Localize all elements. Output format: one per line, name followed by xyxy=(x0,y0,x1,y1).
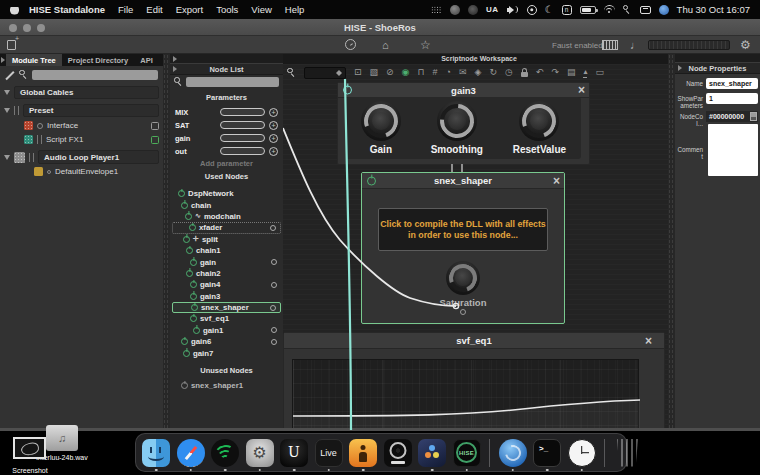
zoom-select[interactable] xyxy=(304,67,346,79)
fold-all-icon[interactable]: ⊡ xyxy=(354,66,362,79)
canvas-search-icon[interactable] xyxy=(287,68,296,78)
status-app-icon-1[interactable] xyxy=(450,5,460,15)
used-node-row[interactable]: ∿modchain xyxy=(172,211,281,222)
mod-target-icon[interactable] xyxy=(271,327,277,333)
menu-help[interactable]: Help xyxy=(285,4,305,15)
used-node-row[interactable]: chain2 xyxy=(172,268,281,279)
record-icon[interactable] xyxy=(527,5,537,15)
used-node-row-selected[interactable]: snex_shaper xyxy=(172,302,281,313)
dock-item-finder[interactable] xyxy=(141,434,171,471)
panel-collapse-strip[interactable] xyxy=(675,54,760,62)
dock-item-media-app[interactable] xyxy=(498,434,528,471)
mod-target-icon[interactable] xyxy=(270,305,276,311)
external-edit-icon[interactable] xyxy=(151,122,159,130)
add-parameter-button[interactable]: Add parameter xyxy=(170,159,283,168)
new-file-icon[interactable] xyxy=(7,40,16,50)
bypass-circle-icon[interactable] xyxy=(37,123,43,129)
favorites-star-icon[interactable]: ☆ xyxy=(420,36,431,54)
used-node-row[interactable]: svf_eq1 xyxy=(172,313,281,324)
used-node-row[interactable]: gain3 xyxy=(172,291,281,302)
save-icon[interactable]: ▤ xyxy=(567,66,576,79)
script-fx-row[interactable]: Script FX1 xyxy=(24,135,159,144)
mod-target-icon[interactable] xyxy=(271,282,277,288)
dock-item-spotify[interactable] xyxy=(210,434,240,471)
battery-icon[interactable] xyxy=(580,6,596,14)
clock-icon[interactable]: ◷ xyxy=(505,66,513,79)
export-graph-icon[interactable]: ▧ xyxy=(370,66,379,79)
boxed-n-icon[interactable]: n xyxy=(562,5,572,15)
parameters-icon[interactable]: # xyxy=(433,66,438,79)
collapse-triangle-icon[interactable] xyxy=(4,90,10,95)
menu-tools[interactable]: Tools xyxy=(216,4,238,15)
dock-item-clock[interactable] xyxy=(567,434,597,471)
fold-icon[interactable] xyxy=(678,65,682,71)
dock-item-game[interactable] xyxy=(348,434,378,471)
dock-item-ableton-live[interactable]: Live xyxy=(314,434,344,471)
dock-item-davinci-resolve[interactable] xyxy=(417,434,447,471)
screenshot-thumbnail[interactable] xyxy=(13,437,46,459)
menu-export[interactable]: Export xyxy=(176,4,203,15)
bypass-all-icon[interactable]: ⊘ xyxy=(386,66,394,79)
saturation-knob[interactable] xyxy=(446,261,480,295)
dock-item-trash[interactable] xyxy=(613,434,643,471)
tab-module-tree[interactable]: Module Tree xyxy=(6,54,62,66)
snex-shaper-close-icon[interactable]: × xyxy=(553,176,560,186)
undo-icon[interactable]: ↶ xyxy=(536,66,544,79)
used-node-row[interactable]: gain1 xyxy=(172,325,281,336)
lock-icon[interactable] xyxy=(521,68,528,77)
bypass-dot-icon[interactable] xyxy=(47,170,51,174)
menubar-clock[interactable]: Thu 30 Oct 16:07 xyxy=(677,4,750,15)
eq-response-graph[interactable] xyxy=(292,359,639,430)
settings-gear-icon[interactable]: ⚙ xyxy=(740,36,751,54)
external-edit-icon-green[interactable] xyxy=(151,136,159,144)
param-slider[interactable] xyxy=(220,134,265,142)
edit-pencil-icon[interactable] xyxy=(5,70,15,80)
param-slider[interactable] xyxy=(220,108,265,116)
fold-icon[interactable] xyxy=(173,66,177,72)
keyboard-panel-icon[interactable] xyxy=(602,40,618,50)
focus-moon-icon[interactable]: ☾ xyxy=(545,5,554,15)
panel-resize-gutter[interactable] xyxy=(668,54,675,430)
keyboard-grid-icon[interactable] xyxy=(431,6,442,14)
audio-loop-row[interactable]: Audio Loop Player1 xyxy=(4,150,159,164)
mod-target-icon[interactable] xyxy=(270,225,276,231)
svf-eq1-close-icon[interactable]: × xyxy=(645,336,652,346)
name-property-input[interactable]: snex_shaper xyxy=(706,78,758,89)
node-gain3[interactable]: gain3 × Gain Smoothing ResetValue xyxy=(337,82,590,165)
menu-edit[interactable]: Edit xyxy=(146,4,162,15)
mod-target-icon[interactable] xyxy=(271,339,277,345)
undo-history-icon[interactable] xyxy=(345,39,356,50)
node-properties-header[interactable]: Node Properties xyxy=(675,62,760,74)
resetvalue-knob[interactable] xyxy=(519,101,559,141)
display-icon[interactable] xyxy=(640,6,651,14)
spotlight-search-icon[interactable] xyxy=(623,5,632,15)
used-node-row[interactable]: chain1 xyxy=(172,245,281,256)
tab-project-directory[interactable]: Project Directory xyxy=(62,54,134,66)
dock-item-safari[interactable] xyxy=(176,434,206,471)
container-icon[interactable]: ◈ xyxy=(475,66,482,79)
apple-menu-icon[interactable] xyxy=(10,5,19,15)
home-icon[interactable]: ⌂ xyxy=(382,36,389,54)
mod-target-icon[interactable] xyxy=(271,259,277,265)
panel-collapse-strip[interactable] xyxy=(170,54,283,63)
node-snex-shaper[interactable]: snex_shaper × Click to compile the DLL w… xyxy=(361,172,565,324)
node-svf-eq1[interactable]: svf_eq1 × xyxy=(283,332,665,430)
used-node-row[interactable]: gain7 xyxy=(172,347,281,358)
quarter-note-icon[interactable]: ♩ xyxy=(630,36,641,54)
gain3-header[interactable]: gain3 × xyxy=(338,83,589,98)
dock-item-film-app[interactable] xyxy=(383,434,413,471)
redo-icon[interactable]: ↷ xyxy=(551,66,559,79)
panel-fold-icon[interactable] xyxy=(1,57,5,63)
used-node-row[interactable]: gain4 xyxy=(172,279,281,290)
nodecolour-property-value[interactable]: #00000000 xyxy=(706,111,758,122)
add-connection-icon[interactable]: + xyxy=(269,134,278,143)
module-search-input[interactable] xyxy=(32,70,158,80)
comment-icon[interactable]: ✉ xyxy=(459,66,467,79)
globe-app-icon[interactable] xyxy=(659,5,669,15)
snex-shaper-header[interactable]: snex_shaper × xyxy=(362,173,564,189)
gain3-close-icon[interactable]: × xyxy=(578,85,585,95)
panel-resize-gutter[interactable] xyxy=(163,54,170,430)
showparameters-property-input[interactable]: 1 xyxy=(706,93,758,104)
status-app-icon-2[interactable] xyxy=(468,5,478,15)
collapse-triangle-icon[interactable] xyxy=(4,108,10,113)
